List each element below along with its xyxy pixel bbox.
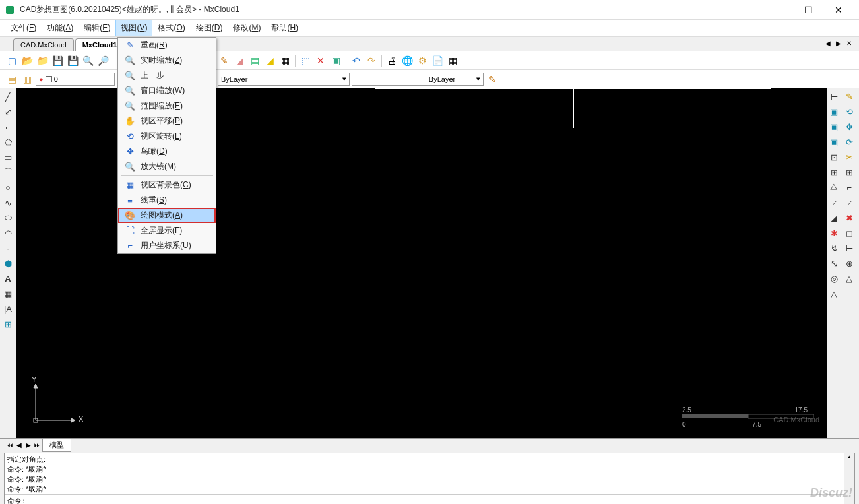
open2-icon[interactable]: 📁 bbox=[36, 54, 49, 67]
menu-3[interactable]: 视图(V) bbox=[115, 20, 152, 36]
zoom-in-icon[interactable]: 🔎 bbox=[96, 54, 110, 67]
array-icon[interactable]: ⊞ bbox=[843, 166, 856, 179]
fillet-icon[interactable]: ⟋ bbox=[843, 196, 856, 209]
export-icon[interactable]: ▦ bbox=[446, 54, 459, 67]
dim3-icon[interactable]: ⊕ bbox=[843, 257, 856, 270]
offset-icon[interactable]: ⟲ bbox=[843, 105, 856, 118]
saveas-icon[interactable]: 💾 bbox=[66, 54, 79, 67]
tab-prev2-icon[interactable]: ◀ bbox=[15, 441, 24, 449]
print-icon[interactable]: 🖨 bbox=[385, 54, 398, 67]
measure-icon[interactable]: ✎ bbox=[843, 90, 856, 103]
layer-prop-icon[interactable]: ▥ bbox=[20, 73, 34, 86]
view-menu-item-1[interactable]: 🔍实时缩放(Z) bbox=[118, 53, 216, 68]
tab-prev-icon[interactable]: ◀ bbox=[823, 38, 833, 47]
copy2-icon[interactable]: ▣ bbox=[827, 105, 841, 118]
view-menu-item-14[interactable]: ⌐用户坐标系(U) bbox=[118, 238, 216, 253]
view-menu-item-4[interactable]: 🔍范围缩放(E) bbox=[118, 98, 216, 113]
dim1-icon[interactable]: ⊢ bbox=[843, 241, 856, 255]
menu-2[interactable]: 编辑(E) bbox=[79, 20, 115, 36]
rectangle-icon[interactable]: ▭ bbox=[1, 150, 15, 164]
hatch-icon[interactable]: ▦ bbox=[1, 287, 15, 300]
view-menu-item-2[interactable]: 🔍上一步 bbox=[118, 68, 216, 83]
dim5-icon[interactable]: △ bbox=[843, 272, 856, 285]
chamfer-icon[interactable]: ◢ bbox=[827, 211, 841, 224]
block-icon[interactable]: ⬢ bbox=[1, 257, 15, 270]
view-menu-item-3[interactable]: 🔍窗口缩放(W) bbox=[118, 83, 216, 98]
stretch-icon[interactable]: ⊡ bbox=[827, 150, 841, 164]
view-menu-item-13[interactable]: ⛶全屏显示(F) bbox=[118, 223, 216, 238]
layers-icon[interactable]: ▤ bbox=[248, 54, 261, 67]
menu-0[interactable]: 文件(F) bbox=[5, 20, 42, 36]
doc-tab[interactable]: CAD.MxCloud bbox=[13, 38, 74, 51]
open-icon[interactable]: 📂 bbox=[20, 54, 34, 67]
point-icon[interactable]: · bbox=[1, 241, 15, 255]
rotate-icon[interactable]: ▣ bbox=[827, 135, 841, 148]
eraser-icon[interactable]: ◢ bbox=[233, 54, 246, 67]
fill-icon[interactable]: ▦ bbox=[278, 54, 292, 67]
menu-1[interactable]: 功能(A) bbox=[42, 20, 79, 36]
break-icon[interactable]: ⌐ bbox=[843, 181, 856, 194]
lineweight-dropdown[interactable]: ByLayer▾ bbox=[352, 73, 484, 86]
polyline-icon[interactable]: ⌐ bbox=[1, 120, 15, 133]
view-menu-item-6[interactable]: ⟲视区旋转(L) bbox=[118, 129, 216, 144]
close-button[interactable]: ✕ bbox=[823, 0, 854, 20]
tab-close-icon[interactable]: ✕ bbox=[844, 38, 854, 47]
brush-icon[interactable]: ✎ bbox=[218, 54, 231, 67]
dim4-icon[interactable]: ◎ bbox=[827, 272, 841, 285]
view-menu-item-11[interactable]: ≡线重(S) bbox=[118, 193, 216, 208]
dim6-icon[interactable]: △ bbox=[827, 287, 841, 300]
linetype-dropdown[interactable]: ByLayer▾ bbox=[218, 73, 350, 86]
dim2-icon[interactable]: ⤡ bbox=[827, 257, 841, 270]
text-icon[interactable]: A bbox=[1, 272, 15, 285]
tab-next2-icon[interactable]: ▶ bbox=[24, 441, 33, 449]
join-icon[interactable]: ✱ bbox=[827, 226, 841, 239]
tab-next-icon[interactable]: ▶ bbox=[834, 38, 843, 47]
ellipse-icon[interactable]: ⬭ bbox=[1, 211, 15, 224]
move2-icon[interactable]: ✥ bbox=[843, 120, 856, 133]
command-input[interactable]: 命令: bbox=[5, 494, 854, 504]
align-icon[interactable]: ⧋ bbox=[827, 181, 841, 194]
scrollbar[interactable]: ▴ bbox=[844, 453, 854, 504]
view-menu-item-5[interactable]: ✋视区平移(P) bbox=[118, 113, 216, 129]
model-tab[interactable]: 模型 bbox=[42, 438, 71, 452]
copy-icon[interactable]: ▣ bbox=[329, 54, 342, 67]
clip-icon[interactable]: ◻ bbox=[843, 226, 856, 239]
maximize-button[interactable]: ☐ bbox=[793, 0, 823, 20]
highlight-icon[interactable]: ◢ bbox=[263, 54, 276, 67]
view-menu-item-0[interactable]: ✎重画(R) bbox=[118, 38, 216, 53]
tab-last-icon[interactable]: ⏭ bbox=[33, 441, 42, 449]
xline-icon[interactable]: ⤢ bbox=[1, 105, 15, 118]
minimize-button[interactable]: — bbox=[763, 0, 793, 20]
pdf-icon[interactable]: 📄 bbox=[431, 54, 444, 67]
view-menu-item-8[interactable]: 🔍放大镜(M) bbox=[118, 159, 216, 174]
menu-7[interactable]: 帮助(H) bbox=[266, 20, 303, 36]
layer-dropdown[interactable]: ● 0 bbox=[36, 73, 115, 86]
erase-icon[interactable]: ↯ bbox=[827, 241, 841, 255]
mtext-icon[interactable]: |A bbox=[1, 302, 15, 315]
new-icon[interactable]: ▢ bbox=[5, 54, 18, 67]
menu-6[interactable]: 修改(M) bbox=[228, 20, 266, 36]
circle-icon[interactable]: ○ bbox=[1, 181, 15, 194]
redo-icon[interactable]: ↷ bbox=[365, 54, 378, 67]
dim-linear-icon[interactable]: ⊢ bbox=[827, 90, 841, 103]
undo-icon[interactable]: ↶ bbox=[350, 54, 363, 67]
ellipse-arc-icon[interactable]: ◠ bbox=[1, 226, 15, 239]
brush2-icon[interactable]: ✎ bbox=[486, 73, 499, 86]
zoom-icon[interactable]: 🔍 bbox=[81, 54, 94, 67]
polygon-icon[interactable]: ⬠ bbox=[1, 135, 15, 148]
globe-icon[interactable]: 🌐 bbox=[400, 54, 414, 67]
view-menu-item-12[interactable]: 🎨绘图模式(A) bbox=[118, 208, 216, 223]
move-icon[interactable]: ✕ bbox=[314, 54, 327, 67]
line-icon[interactable]: ╱ bbox=[1, 90, 15, 103]
view-menu-item-10[interactable]: ▦视区背景色(C) bbox=[118, 177, 216, 193]
mirror-icon[interactable]: ▣ bbox=[827, 120, 841, 133]
menu-4[interactable]: 格式(O) bbox=[152, 20, 190, 36]
settings-icon[interactable]: ⚙ bbox=[416, 54, 429, 67]
region-icon[interactable]: ⊞ bbox=[1, 317, 15, 331]
tab-first-icon[interactable]: ⏮ bbox=[5, 441, 15, 449]
scale-icon[interactable]: ⟳ bbox=[843, 135, 856, 148]
spline-icon[interactable]: ∿ bbox=[1, 196, 15, 209]
explode-icon[interactable]: ✖ bbox=[843, 211, 856, 224]
save-icon[interactable]: 💾 bbox=[51, 54, 64, 67]
layer-mgr-icon[interactable]: ▤ bbox=[5, 73, 18, 86]
